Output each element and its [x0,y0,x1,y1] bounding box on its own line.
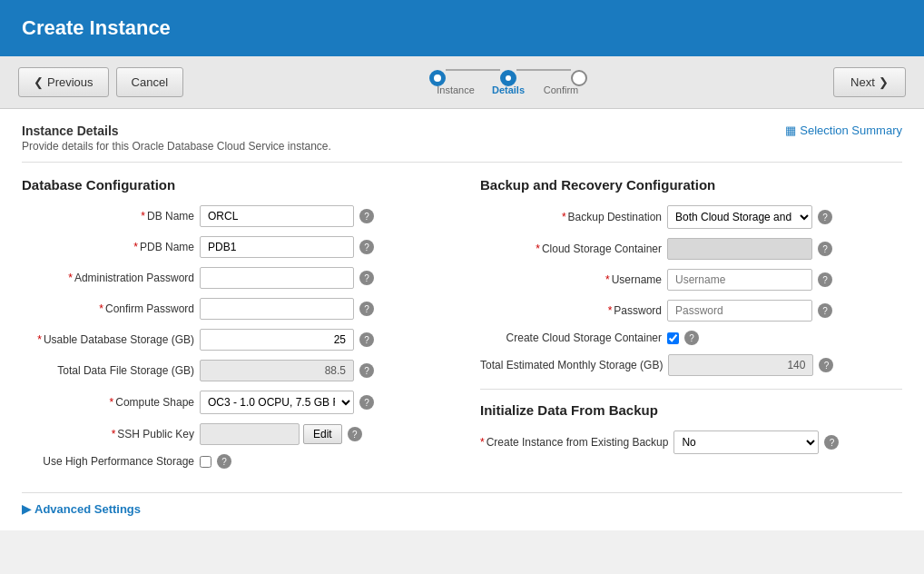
stepper: Instance Details Confirm [429,70,587,95]
advanced-settings-section: ▶ Advanced Settings [22,492,902,516]
step-line-2 [516,69,571,71]
usable-storage-row: *Usable Database Storage (GB) ? [22,329,444,351]
create-from-backup-label: *Create Instance from Existing Backup [480,436,668,449]
total-monthly-input [668,354,813,376]
backup-password-help-icon[interactable]: ? [818,303,832,318]
high-perf-row: Use High Performance Storage ? [22,454,444,469]
svg-point-1 [506,75,511,81]
total-storage-input [200,360,354,381]
cloud-container-input[interactable] [667,238,812,260]
step-confirm [571,70,587,86]
cloud-container-help-icon[interactable]: ? [818,242,832,256]
usable-storage-input[interactable] [200,329,354,351]
admin-password-label: *Administration Password [22,272,194,284]
two-col-layout: Database Configuration *DB Name ? *PDB N… [22,177,902,478]
username-label: *Username [480,273,662,286]
right-col: Backup and Recovery Configuration *Backu… [480,177,902,478]
pdb-name-input[interactable] [200,236,354,258]
backup-destination-row: *Backup Destination Both Cloud Storage a… [480,205,902,229]
db-config-section: Database Configuration *DB Name ? *PDB N… [22,177,444,478]
backup-config-title: Backup and Recovery Configuration [480,177,902,193]
confirm-password-help-icon[interactable]: ? [359,302,374,316]
toolbar-left: ❮ Previous Cancel [18,67,183,97]
chevron-right-icon: ❯ [879,75,889,89]
step-circle-details [500,70,516,86]
section-title: Instance Details [22,124,331,138]
ssh-key-input-group: Edit [200,423,342,445]
username-row: *Username ? [480,269,902,291]
ssh-key-label: *SSH Public Key [22,428,194,440]
chevron-right-small-icon: ▶ [22,502,31,516]
compute-shape-row: *Compute Shape OC3 - 1.0 OCPU, 7.5 GB RA… [22,391,444,414]
create-container-checkbox[interactable] [667,332,679,344]
create-container-row: Create Cloud Storage Container ? [480,331,902,345]
advanced-settings-toggle[interactable]: ▶ Advanced Settings [22,502,902,516]
cancel-button[interactable]: Cancel [116,67,183,97]
ssh-key-row: *SSH Public Key Edit ? [22,423,444,445]
confirm-password-row: *Confirm Password ? [22,298,444,320]
high-perf-label: Use High Performance Storage [22,455,194,468]
init-backup-title: Initialize Data From Backup [480,402,902,418]
create-container-help-icon[interactable]: ? [684,331,699,345]
pdb-name-help-icon[interactable]: ? [359,240,374,254]
admin-password-input[interactable] [200,267,354,289]
db-config-title: Database Configuration [22,177,444,193]
main-content: Instance Details Provide details for thi… [0,109,924,530]
compute-shape-select[interactable]: OC3 - 1.0 OCPU, 7.5 GB RAM [200,391,354,414]
section-info: Instance Details Provide details for thi… [22,124,331,153]
section-subtitle: Provide details for this Oracle Database… [22,140,331,153]
pdb-name-label: *PDB Name [22,241,194,253]
pdb-name-row: *PDB Name ? [22,236,444,258]
svg-point-0 [434,74,441,82]
db-name-label: *DB Name [22,210,194,223]
cloud-container-label: *Cloud Storage Container [480,242,662,255]
cloud-container-row: *Cloud Storage Container ? [480,238,902,260]
backup-password-row: *Password ? [480,300,902,322]
high-perf-help-icon[interactable]: ? [217,454,231,469]
high-perf-checkbox[interactable] [200,456,211,468]
usable-storage-help-icon[interactable]: ? [359,332,374,347]
confirm-password-input[interactable] [200,298,354,320]
total-storage-row: Total Data File Storage (GB) ? [22,360,444,381]
section-header: Instance Details Provide details for thi… [22,124,902,163]
step-details [500,70,516,86]
db-name-row: *DB Name ? [22,205,444,227]
total-storage-label: Total Data File Storage (GB) [22,364,194,377]
backup-destination-help-icon[interactable]: ? [818,210,832,224]
db-name-input[interactable] [200,205,354,227]
toolbar-right: Next ❯ [833,67,906,97]
compute-shape-help-icon[interactable]: ? [359,395,374,410]
step-circle-confirm [571,70,587,86]
ssh-key-help-icon[interactable]: ? [348,427,362,441]
admin-password-help-icon[interactable]: ? [359,271,374,285]
db-name-help-icon[interactable]: ? [359,209,374,223]
create-from-backup-help-icon[interactable]: ? [824,435,839,450]
table-icon: ▦ [785,124,796,137]
divider [480,389,902,390]
ssh-edit-button[interactable]: Edit [303,424,342,444]
step-line-1 [446,69,500,71]
username-help-icon[interactable]: ? [818,272,832,287]
admin-password-row: *Administration Password ? [22,267,444,289]
chevron-left-icon: ❮ [34,75,44,89]
page-header: Create Instance [0,0,924,56]
selection-summary-link[interactable]: ▦ Selection Summary [785,124,902,137]
next-button[interactable]: Next ❯ [833,67,906,97]
total-monthly-row: Total Estimated Monthly Storage (GB) ? [480,354,902,376]
ssh-key-input [200,423,300,445]
toolbar: ❮ Previous Cancel Inst [0,56,924,109]
backup-password-input[interactable] [667,300,812,322]
total-monthly-help-icon[interactable]: ? [819,358,833,372]
create-from-backup-select[interactable]: No [673,430,819,454]
backup-destination-select[interactable]: Both Cloud Storage and Loca [667,205,812,229]
usable-storage-label: *Usable Database Storage (GB) [22,333,194,346]
step-instance [429,70,446,86]
backup-password-label: *Password [480,304,662,317]
step-circle-instance [429,70,446,86]
username-input[interactable] [667,269,812,291]
total-storage-help-icon[interactable]: ? [359,363,374,378]
page-title: Create Instance [22,16,171,39]
confirm-password-label: *Confirm Password [22,302,194,315]
previous-button[interactable]: ❮ Previous [18,67,109,97]
backup-destination-label: *Backup Destination [480,211,662,223]
